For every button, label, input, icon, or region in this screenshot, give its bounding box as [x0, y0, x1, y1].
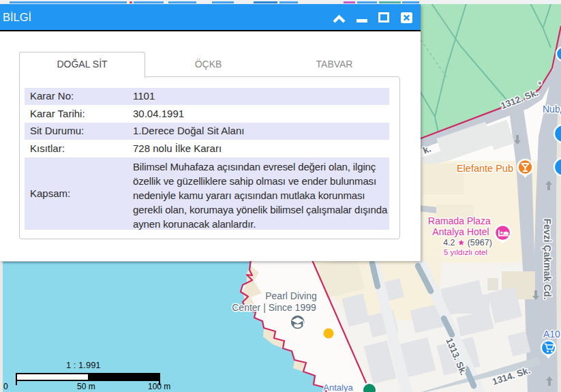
svg-text:Ramada Plaza: Ramada Plaza — [428, 215, 491, 226]
svg-text:Antalya Hotel: Antalya Hotel — [432, 226, 489, 237]
svg-text:Nuba: Nuba — [543, 104, 561, 115]
svg-text:5 yıldızlı otel: 5 yıldızlı otel — [444, 248, 487, 256]
svg-text:Pearl Diving: Pearl Diving — [265, 290, 316, 301]
svg-text:Center | Since 1999: Center | Since 1999 — [232, 302, 316, 313]
svg-text:Antalya: Antalya — [323, 382, 353, 392]
svg-text:4.2 ★ (5967): 4.2 ★ (5967) — [443, 238, 492, 247]
svg-text:Fevzi Çakmak Cd.: Fevzi Çakmak Cd. — [542, 218, 553, 299]
svg-text:A101: A101 — [543, 329, 561, 340]
svg-text:Elefante Pub: Elefante Pub — [457, 163, 513, 174]
